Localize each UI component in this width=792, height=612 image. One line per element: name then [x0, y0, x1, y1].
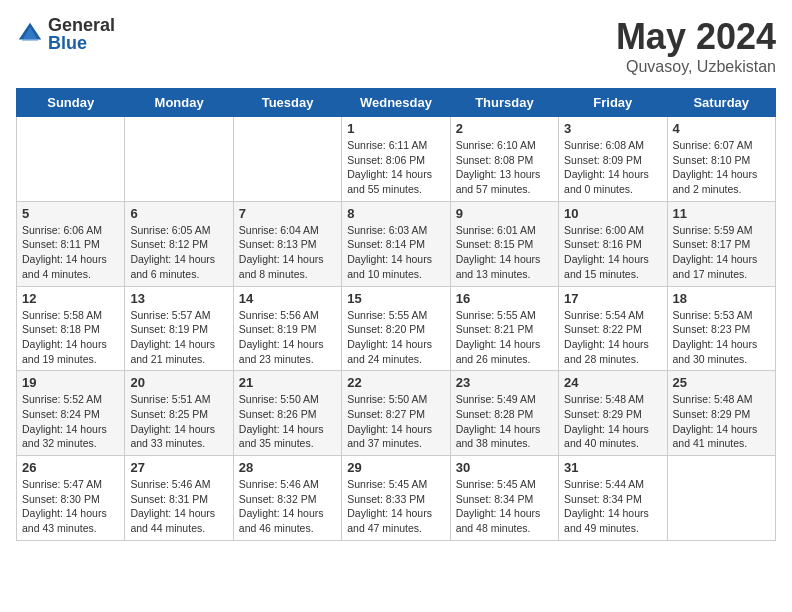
day-info: Sunrise: 5:55 AM Sunset: 8:21 PM Dayligh… [456, 308, 553, 367]
day-number: 24 [564, 375, 661, 390]
day-number: 15 [347, 291, 444, 306]
calendar-week-row: 5Sunrise: 6:06 AM Sunset: 8:11 PM Daylig… [17, 201, 776, 286]
calendar-week-row: 12Sunrise: 5:58 AM Sunset: 8:18 PM Dayli… [17, 286, 776, 371]
calendar-cell: 15Sunrise: 5:55 AM Sunset: 8:20 PM Dayli… [342, 286, 450, 371]
day-number: 6 [130, 206, 227, 221]
calendar-week-row: 19Sunrise: 5:52 AM Sunset: 8:24 PM Dayli… [17, 371, 776, 456]
day-info: Sunrise: 6:01 AM Sunset: 8:15 PM Dayligh… [456, 223, 553, 282]
day-number: 17 [564, 291, 661, 306]
day-number: 18 [673, 291, 770, 306]
day-number: 13 [130, 291, 227, 306]
day-info: Sunrise: 6:03 AM Sunset: 8:14 PM Dayligh… [347, 223, 444, 282]
calendar-header-sunday: Sunday [17, 89, 125, 117]
calendar-week-row: 1Sunrise: 6:11 AM Sunset: 8:06 PM Daylig… [17, 117, 776, 202]
day-info: Sunrise: 6:10 AM Sunset: 8:08 PM Dayligh… [456, 138, 553, 197]
day-info: Sunrise: 5:45 AM Sunset: 8:34 PM Dayligh… [456, 477, 553, 536]
day-number: 11 [673, 206, 770, 221]
day-info: Sunrise: 5:56 AM Sunset: 8:19 PM Dayligh… [239, 308, 336, 367]
day-info: Sunrise: 6:06 AM Sunset: 8:11 PM Dayligh… [22, 223, 119, 282]
logo-general-text: General [48, 16, 115, 34]
day-info: Sunrise: 5:59 AM Sunset: 8:17 PM Dayligh… [673, 223, 770, 282]
calendar-week-row: 26Sunrise: 5:47 AM Sunset: 8:30 PM Dayli… [17, 456, 776, 541]
calendar-cell: 8Sunrise: 6:03 AM Sunset: 8:14 PM Daylig… [342, 201, 450, 286]
day-info: Sunrise: 5:51 AM Sunset: 8:25 PM Dayligh… [130, 392, 227, 451]
day-info: Sunrise: 5:48 AM Sunset: 8:29 PM Dayligh… [673, 392, 770, 451]
day-number: 12 [22, 291, 119, 306]
day-number: 7 [239, 206, 336, 221]
calendar-cell: 23Sunrise: 5:49 AM Sunset: 8:28 PM Dayli… [450, 371, 558, 456]
day-info: Sunrise: 6:07 AM Sunset: 8:10 PM Dayligh… [673, 138, 770, 197]
calendar-cell: 17Sunrise: 5:54 AM Sunset: 8:22 PM Dayli… [559, 286, 667, 371]
day-info: Sunrise: 5:46 AM Sunset: 8:31 PM Dayligh… [130, 477, 227, 536]
day-info: Sunrise: 5:57 AM Sunset: 8:19 PM Dayligh… [130, 308, 227, 367]
calendar-cell: 2Sunrise: 6:10 AM Sunset: 8:08 PM Daylig… [450, 117, 558, 202]
day-info: Sunrise: 6:04 AM Sunset: 8:13 PM Dayligh… [239, 223, 336, 282]
day-number: 28 [239, 460, 336, 475]
day-number: 31 [564, 460, 661, 475]
calendar-cell: 6Sunrise: 6:05 AM Sunset: 8:12 PM Daylig… [125, 201, 233, 286]
day-info: Sunrise: 6:05 AM Sunset: 8:12 PM Dayligh… [130, 223, 227, 282]
calendar-cell: 16Sunrise: 5:55 AM Sunset: 8:21 PM Dayli… [450, 286, 558, 371]
calendar-table: SundayMondayTuesdayWednesdayThursdayFrid… [16, 88, 776, 541]
day-number: 19 [22, 375, 119, 390]
calendar-header-tuesday: Tuesday [233, 89, 341, 117]
calendar-cell: 4Sunrise: 6:07 AM Sunset: 8:10 PM Daylig… [667, 117, 775, 202]
day-number: 22 [347, 375, 444, 390]
location: Quvasoy, Uzbekistan [616, 58, 776, 76]
calendar-cell [17, 117, 125, 202]
day-number: 2 [456, 121, 553, 136]
calendar-cell: 10Sunrise: 6:00 AM Sunset: 8:16 PM Dayli… [559, 201, 667, 286]
calendar-cell: 22Sunrise: 5:50 AM Sunset: 8:27 PM Dayli… [342, 371, 450, 456]
day-info: Sunrise: 5:52 AM Sunset: 8:24 PM Dayligh… [22, 392, 119, 451]
day-number: 30 [456, 460, 553, 475]
logo-icon [16, 20, 44, 48]
calendar-cell: 3Sunrise: 6:08 AM Sunset: 8:09 PM Daylig… [559, 117, 667, 202]
day-number: 25 [673, 375, 770, 390]
day-info: Sunrise: 5:45 AM Sunset: 8:33 PM Dayligh… [347, 477, 444, 536]
day-info: Sunrise: 5:49 AM Sunset: 8:28 PM Dayligh… [456, 392, 553, 451]
day-info: Sunrise: 5:55 AM Sunset: 8:20 PM Dayligh… [347, 308, 444, 367]
calendar-cell: 9Sunrise: 6:01 AM Sunset: 8:15 PM Daylig… [450, 201, 558, 286]
calendar-cell [667, 456, 775, 541]
day-number: 9 [456, 206, 553, 221]
day-number: 1 [347, 121, 444, 136]
calendar-cell [233, 117, 341, 202]
logo-blue-text: Blue [48, 34, 115, 52]
month-title: May 2024 [616, 16, 776, 58]
day-number: 21 [239, 375, 336, 390]
day-info: Sunrise: 5:54 AM Sunset: 8:22 PM Dayligh… [564, 308, 661, 367]
day-info: Sunrise: 6:11 AM Sunset: 8:06 PM Dayligh… [347, 138, 444, 197]
day-number: 16 [456, 291, 553, 306]
day-info: Sunrise: 6:00 AM Sunset: 8:16 PM Dayligh… [564, 223, 661, 282]
logo: General Blue [16, 16, 115, 52]
page-header: General Blue May 2024 Quvasoy, Uzbekista… [16, 16, 776, 76]
calendar-cell: 1Sunrise: 6:11 AM Sunset: 8:06 PM Daylig… [342, 117, 450, 202]
day-number: 23 [456, 375, 553, 390]
day-number: 27 [130, 460, 227, 475]
day-number: 14 [239, 291, 336, 306]
calendar-cell: 28Sunrise: 5:46 AM Sunset: 8:32 PM Dayli… [233, 456, 341, 541]
day-number: 26 [22, 460, 119, 475]
calendar-cell: 18Sunrise: 5:53 AM Sunset: 8:23 PM Dayli… [667, 286, 775, 371]
day-number: 5 [22, 206, 119, 221]
day-info: Sunrise: 6:08 AM Sunset: 8:09 PM Dayligh… [564, 138, 661, 197]
calendar-cell: 30Sunrise: 5:45 AM Sunset: 8:34 PM Dayli… [450, 456, 558, 541]
day-info: Sunrise: 5:58 AM Sunset: 8:18 PM Dayligh… [22, 308, 119, 367]
calendar-header-thursday: Thursday [450, 89, 558, 117]
calendar-cell: 12Sunrise: 5:58 AM Sunset: 8:18 PM Dayli… [17, 286, 125, 371]
calendar-cell: 5Sunrise: 6:06 AM Sunset: 8:11 PM Daylig… [17, 201, 125, 286]
calendar-cell: 19Sunrise: 5:52 AM Sunset: 8:24 PM Dayli… [17, 371, 125, 456]
calendar-cell: 26Sunrise: 5:47 AM Sunset: 8:30 PM Dayli… [17, 456, 125, 541]
day-info: Sunrise: 5:44 AM Sunset: 8:34 PM Dayligh… [564, 477, 661, 536]
day-info: Sunrise: 5:47 AM Sunset: 8:30 PM Dayligh… [22, 477, 119, 536]
calendar-cell: 14Sunrise: 5:56 AM Sunset: 8:19 PM Dayli… [233, 286, 341, 371]
calendar-cell: 25Sunrise: 5:48 AM Sunset: 8:29 PM Dayli… [667, 371, 775, 456]
day-number: 10 [564, 206, 661, 221]
calendar-header-friday: Friday [559, 89, 667, 117]
day-number: 3 [564, 121, 661, 136]
day-info: Sunrise: 5:50 AM Sunset: 8:27 PM Dayligh… [347, 392, 444, 451]
calendar-cell: 13Sunrise: 5:57 AM Sunset: 8:19 PM Dayli… [125, 286, 233, 371]
calendar-cell: 20Sunrise: 5:51 AM Sunset: 8:25 PM Dayli… [125, 371, 233, 456]
calendar-cell: 31Sunrise: 5:44 AM Sunset: 8:34 PM Dayli… [559, 456, 667, 541]
day-number: 20 [130, 375, 227, 390]
